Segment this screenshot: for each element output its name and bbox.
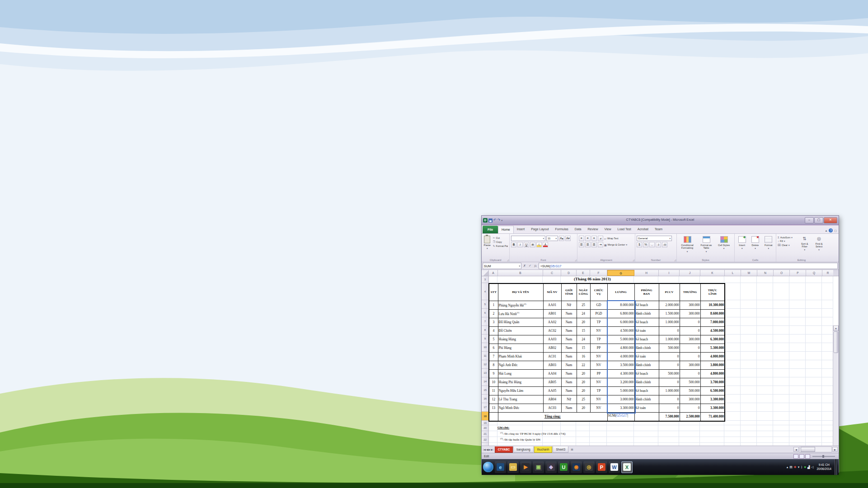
row-header-9[interactable]: 9 <box>482 335 488 343</box>
cell-salary[interactable]: 4.800.000 <box>607 344 634 352</box>
cell-role[interactable]: PP <box>590 344 607 352</box>
cell-bonus[interactable]: 0 <box>680 344 700 352</box>
cell-days[interactable]: 16 <box>577 352 590 361</box>
horizontal-scroll-thumb[interactable] <box>801 447 815 452</box>
cell-days[interactable]: 25 <box>577 301 590 309</box>
cell-name[interactable]: Phạm Minh Khải <box>498 352 543 361</box>
format-painter-button[interactable]: ✎Format Painter <box>493 244 508 247</box>
cell-dept[interactable]: Hành chính <box>634 309 659 318</box>
qat-dropdown-icon[interactable]: ▾ <box>501 219 502 222</box>
tab-view[interactable]: View <box>601 226 614 233</box>
cell-net[interactable]: 6.300.000 <box>700 335 725 344</box>
cell-salary[interactable]: 5.000.000 <box>607 386 634 395</box>
column-header-R[interactable]: R <box>822 270 833 276</box>
find-select-button[interactable]: ◎ Find & Select▾ <box>812 235 826 257</box>
cell-net[interactable]: 5.300.000 <box>700 344 725 352</box>
cell-gender[interactable]: Nam <box>561 386 577 395</box>
cell-stt[interactable]: 1 <box>489 301 498 309</box>
total-pccv-cell[interactable]: 7.500.000 <box>659 412 680 421</box>
cell-role[interactable]: NV <box>590 404 607 412</box>
insert-cells-button[interactable]: Insert▾ <box>736 235 748 257</box>
cell-dept[interactable]: Kế toán <box>634 326 659 335</box>
cell-bonus[interactable]: 300.000 <box>680 335 700 344</box>
start-button[interactable] <box>483 462 493 472</box>
cell-role[interactable]: TP <box>590 386 607 395</box>
excel-app-icon[interactable] <box>483 218 488 223</box>
cell-pccv[interactable]: 0 <box>659 378 680 386</box>
cell-role[interactable]: NV <box>590 361 607 369</box>
cell-code[interactable]: AB02 <box>543 344 561 352</box>
row-header-13[interactable]: 13 <box>482 369 488 377</box>
cell-gender[interactable]: Nữ <box>561 395 577 404</box>
cell-code[interactable]: AA04 <box>543 369 561 378</box>
cell-pccv[interactable]: 0 <box>659 395 680 404</box>
header-cell[interactable]: THỰC LĨNH <box>700 284 725 301</box>
redo-icon[interactable]: ↷ <box>497 218 501 223</box>
taskbar-clock[interactable]: 9:41 CH 20/06/2014 <box>815 463 833 470</box>
column-header-M[interactable]: M <box>741 270 757 276</box>
header-cell[interactable]: LƯƠNG <box>607 284 634 301</box>
cell-net[interactable]: 4.000.000 <box>700 352 725 361</box>
cell-role[interactable]: NV <box>590 378 607 386</box>
clear-button[interactable]: ⌧Clear▾ <box>778 243 797 246</box>
chrome-icon[interactable]: ◎ <box>583 461 595 473</box>
cell-salary[interactable]: 6.000.000 <box>607 318 634 326</box>
unikey-icon[interactable]: U <box>558 461 569 473</box>
row-header-20[interactable]: 20 <box>482 425 488 431</box>
cell-pccv[interactable]: 0 <box>659 361 680 369</box>
fill-color-icon[interactable]: ◇ <box>536 242 542 247</box>
column-header-L[interactable]: L <box>725 270 741 276</box>
cell-code[interactable]: AB05 <box>543 378 561 386</box>
cell-salary[interactable]: 8.000.000 <box>607 301 634 309</box>
cell-dept[interactable]: Kế toán <box>634 352 659 361</box>
cell-pccv[interactable]: 0 <box>659 326 680 335</box>
cell-days[interactable]: 22 <box>577 361 590 369</box>
cell-code[interactable]: AA03 <box>543 335 561 344</box>
last-sheet-icon[interactable]: ▶| <box>491 448 493 451</box>
accounting-format-icon[interactable]: $ <box>637 242 642 247</box>
tab-data[interactable]: Data <box>572 226 585 233</box>
scroll-up-icon[interactable]: ▲ <box>833 325 839 331</box>
decrease-decimal-icon[interactable]: .00 <box>662 242 667 247</box>
number-dialog-launcher-icon[interactable]: ◿ <box>674 259 676 261</box>
merge-center-button[interactable]: ▦Merge & Center▾ <box>604 243 627 246</box>
cell-days[interactable]: 20 <box>577 318 590 326</box>
number-format-combo[interactable]: General▾ <box>637 236 672 241</box>
row-header-16[interactable]: 16 <box>482 395 488 403</box>
align-bottom-icon[interactable]: ≡ <box>591 236 597 241</box>
zoom-slider[interactable] <box>812 456 835 457</box>
tab-team[interactable]: Team <box>652 226 666 233</box>
cell-stt[interactable]: 2 <box>489 309 498 318</box>
cell-salary[interactable]: 4.300.000 <box>607 369 634 378</box>
cell-stt[interactable]: 4 <box>489 326 498 335</box>
cell-stt[interactable]: 5 <box>489 335 498 344</box>
cell-days[interactable]: 24 <box>577 309 590 318</box>
cell-pccv[interactable]: 1.500.000 <box>659 309 680 318</box>
photo-viewer-icon[interactable]: ▣ <box>533 461 544 473</box>
cell-net[interactable]: 7.000.000 <box>700 318 725 326</box>
font-dialog-launcher-icon[interactable]: ◿ <box>575 259 577 261</box>
alignment-dialog-launcher-icon[interactable]: ◿ <box>633 259 634 261</box>
column-header-N[interactable]: N <box>757 270 774 276</box>
column-header-I[interactable]: I <box>659 270 680 276</box>
cell-bonus[interactable]: 300.000 <box>680 301 700 309</box>
cell-stt[interactable]: 6 <box>489 344 498 352</box>
cell-days[interactable]: 15 <box>577 326 590 335</box>
cell-name[interactable]: Phùng Nguyễn Hà(2) <box>498 301 543 309</box>
cell-gender[interactable]: Nam <box>561 404 577 412</box>
cell-gender[interactable]: Nam <box>561 369 577 378</box>
cell-role[interactable]: NV <box>590 352 607 361</box>
page-layout-view-icon[interactable] <box>799 454 804 459</box>
row-header-14[interactable]: 14 <box>482 377 488 386</box>
row-header-18[interactable]: 18 <box>482 412 488 421</box>
active-formula-cell[interactable]: SUM(G5:G17| <box>607 412 634 421</box>
cell-styles-button[interactable]: Cell Styles▾ <box>716 235 732 257</box>
first-sheet-icon[interactable]: |◀ <box>483 448 486 451</box>
cell-days[interactable]: 20 <box>577 404 590 412</box>
collapse-ribbon-icon[interactable]: ▲ <box>825 229 827 232</box>
cell-gender[interactable]: Nam <box>561 318 577 326</box>
total-bonus-cell[interactable]: 2.500.000 <box>680 412 700 421</box>
format-cells-button[interactable]: Format▾ <box>763 235 774 257</box>
cell-dept[interactable]: Kế hoạch <box>634 369 659 378</box>
cell-code[interactable]: AA02 <box>543 318 561 326</box>
